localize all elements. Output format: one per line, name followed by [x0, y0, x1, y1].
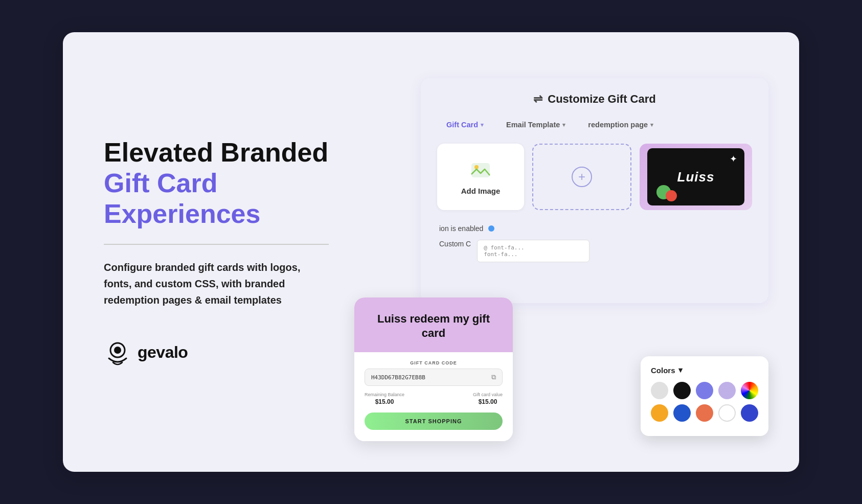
code-input-row: H43DD67B82G7EB8B ⧉ [365, 369, 503, 386]
dashed-upload-area[interactable]: + [532, 144, 631, 210]
tab-email-template-label: Email Template [506, 121, 560, 129]
swatch-dark-blue[interactable] [741, 404, 758, 422]
custom-css-label: Custom C [439, 240, 471, 248]
logo-area: gevalo [104, 339, 349, 366]
swatch-orange[interactable] [651, 404, 668, 422]
star-decoration: ✦ [730, 153, 737, 165]
colors-row-2 [651, 404, 758, 422]
luiss-brand-text: Luiss [677, 169, 715, 185]
code-value: H43DD67B82G7EB8B [371, 374, 425, 381]
swatch-lavender[interactable] [718, 382, 736, 399]
remaining-balance: Remaining Balance $15.00 [365, 392, 404, 405]
tab-bar: Gift Card ▾ Email Template ▾ redemption … [437, 117, 752, 132]
remaining-balance-label: Remaining Balance [365, 392, 404, 397]
customize-title: Customize Gift Card [548, 93, 655, 106]
logo-text: gevalo [138, 343, 188, 362]
swatch-gray[interactable] [651, 382, 668, 399]
swatch-white[interactable] [718, 404, 736, 422]
tab-gift-card-label: Gift Card [446, 121, 478, 129]
chevron-down-icon-colors: ▾ [678, 365, 683, 375]
svg-point-1 [114, 347, 121, 354]
start-shopping-button[interactable]: START SHOPPING [365, 413, 503, 430]
headline-purple: Gift Card Experiences [104, 168, 260, 228]
swatch-blue[interactable] [673, 404, 691, 422]
start-shopping-label: START SHOPPING [405, 418, 462, 424]
swatch-rainbow[interactable] [741, 382, 758, 399]
add-image-button[interactable]: Add Image [437, 144, 524, 210]
custom-css-input[interactable]: @ font-fa...font-fa... [477, 240, 589, 262]
swatch-purple[interactable] [696, 382, 713, 399]
headline-black: Elevated Branded [104, 138, 328, 167]
logo-icon [104, 339, 131, 366]
remaining-balance-value: $15.00 [375, 398, 394, 405]
tab-gift-card[interactable]: Gift Card ▾ [437, 117, 493, 132]
left-panel: Elevated Branded Gift Card Experiences C… [104, 138, 349, 366]
customize-header: ⇌ Customize Gift Card [437, 93, 752, 106]
swatch-coral[interactable] [696, 404, 713, 422]
luiss-card: ✦ Luiss [647, 148, 744, 205]
redemption-title: Luiss redeem my gift card [367, 312, 501, 341]
add-image-label: Add Image [461, 187, 501, 195]
colors-label: Colors [651, 366, 675, 375]
main-card: Elevated Branded Gift Card Experiences C… [63, 32, 799, 472]
colors-popup: Colors ▾ [641, 356, 768, 436]
divider [104, 244, 329, 245]
colors-row-1 [651, 382, 758, 399]
chevron-down-icon-2: ▾ [562, 122, 565, 128]
tab-redemption-page[interactable]: redemption page ▾ [579, 117, 663, 132]
sliders-icon: ⇌ [533, 93, 542, 106]
image-upload-icon [469, 159, 492, 181]
redemption-card: Luiss redeem my gift card GIFT CARD CODE… [354, 297, 513, 441]
right-panel: ⇌ Customize Gift Card Gift Card ▾ Email … [380, 78, 768, 426]
copy-icon: ⧉ [491, 373, 496, 381]
gift-card-preview: ✦ Luiss [640, 144, 752, 210]
swatch-black[interactable] [673, 382, 691, 399]
gift-card-value-label: Gift card value [473, 392, 503, 397]
custom-css-row: Custom C @ font-fa...font-fa... [437, 240, 752, 262]
toggle-on-indicator [488, 225, 494, 232]
notification-row: ion is enabled [437, 224, 752, 233]
subtext: Configure branded gift cards with logos,… [104, 259, 319, 308]
gift-card-value: Gift card value $15.00 [473, 392, 503, 405]
image-upload-row: Add Image + ✦ Luiss [437, 144, 752, 210]
chevron-down-icon: ▾ [481, 122, 484, 128]
redemption-body: GIFT CARD CODE H43DD67B82G7EB8B ⧉ Remain… [354, 352, 513, 441]
tab-redemption-page-label: redemption page [588, 121, 648, 129]
headline: Elevated Branded Gift Card Experiences [104, 138, 349, 229]
red-decoration [666, 190, 677, 201]
colors-popup-header: Colors ▾ [651, 365, 758, 375]
gift-code-label: GIFT CARD CODE [365, 360, 503, 365]
chevron-down-icon-3: ▾ [650, 122, 653, 128]
plus-icon: + [572, 167, 592, 187]
redemption-header: Luiss redeem my gift card [354, 297, 513, 352]
tab-email-template[interactable]: Email Template ▾ [497, 117, 575, 132]
balance-row: Remaining Balance $15.00 Gift card value… [365, 392, 503, 405]
notification-text: ion is enabled [439, 224, 483, 233]
customize-card: ⇌ Customize Gift Card Gift Card ▾ Email … [421, 78, 768, 303]
gift-card-value-amount: $15.00 [479, 398, 497, 405]
svg-rect-2 [471, 163, 490, 177]
